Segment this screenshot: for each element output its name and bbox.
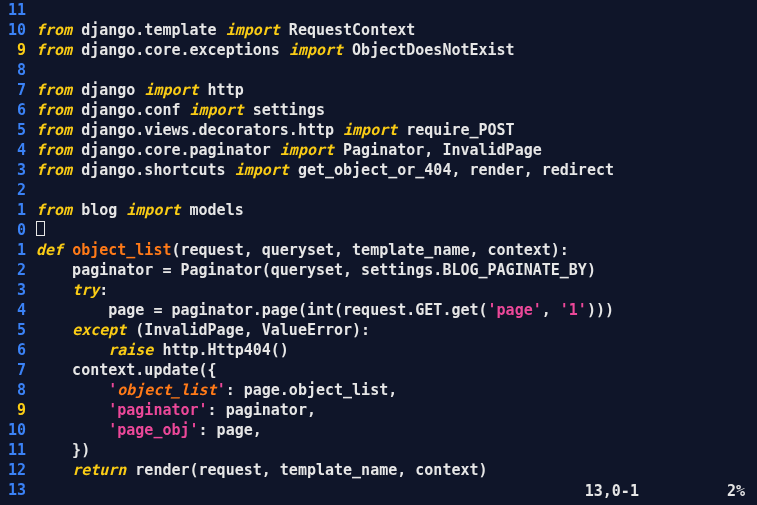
code-content: from django.views.decorators.http import…: [36, 120, 515, 140]
token: import: [343, 121, 397, 139]
code-line: 4 page = paginator.page(int(request.GET.…: [0, 300, 757, 320]
token: import: [226, 21, 280, 39]
token: blog: [72, 201, 126, 219]
line-number: 4: [4, 300, 26, 320]
line-number: 8: [4, 60, 26, 80]
token: object_list: [117, 381, 216, 399]
line-number: 3: [4, 160, 26, 180]
token: ))): [587, 301, 614, 319]
token: : page,: [199, 421, 262, 439]
token: from: [36, 101, 72, 119]
code-line: 9 'paginator': paginator,: [0, 400, 757, 420]
code-line: 7from django import http: [0, 80, 757, 100]
token: 'page_obj': [108, 421, 198, 439]
line-number: 3: [4, 280, 26, 300]
token: http.Http404(): [153, 341, 288, 359]
line-number: 2: [4, 260, 26, 280]
token: import: [289, 41, 343, 59]
code-line: 11: [0, 0, 757, 20]
code-line: 5from django.views.decorators.http impor…: [0, 120, 757, 140]
line-number: 10: [4, 420, 26, 440]
token: from: [36, 161, 72, 179]
token: paginator = Paginator(queryset, settings…: [36, 261, 596, 279]
token: require_POST: [397, 121, 514, 139]
code-line: 12 return render(request, template_name,…: [0, 460, 757, 480]
code-line: 5 except (InvalidPage, ValueError):: [0, 320, 757, 340]
code-content: 'page_obj': page,: [36, 420, 262, 440]
line-number: 12: [4, 460, 26, 480]
line-number: 7: [4, 80, 26, 100]
line-number: 11: [4, 0, 26, 20]
code-content: paginator = Paginator(queryset, settings…: [36, 260, 596, 280]
code-line: 3from django.shortcuts import get_object…: [0, 160, 757, 180]
token: [36, 461, 72, 479]
token: render(request, template_name, context): [126, 461, 487, 479]
token: import: [126, 201, 180, 219]
line-number: 6: [4, 340, 26, 360]
token: from: [36, 201, 72, 219]
token: import: [144, 81, 198, 99]
token: get_object_or_404, render, redirect: [289, 161, 614, 179]
code-line: 1from blog import models: [0, 200, 757, 220]
code-content: }): [36, 440, 90, 460]
code-content: [36, 220, 45, 240]
code-line: 11 }): [0, 440, 757, 460]
code-line: 10 'page_obj': page,: [0, 420, 757, 440]
code-content: def object_list(request, queryset, templ…: [36, 240, 569, 260]
code-line: 7 context.update({: [0, 360, 757, 380]
code-line: 10from django.template import RequestCon…: [0, 20, 757, 40]
token: try: [72, 281, 99, 299]
line-number: 10: [4, 20, 26, 40]
scroll-percent: 2%: [727, 481, 745, 501]
token: import: [235, 161, 289, 179]
code-line: 2: [0, 180, 757, 200]
token: 'page': [488, 301, 542, 319]
code-content: raise http.Http404(): [36, 340, 289, 360]
token: from: [36, 81, 72, 99]
token: [36, 421, 108, 439]
token: }): [36, 441, 90, 459]
token: '1': [560, 301, 587, 319]
token: import: [280, 141, 334, 159]
token: : paginator,: [208, 401, 316, 419]
line-number: 5: [4, 320, 26, 340]
token: django.views.decorators.http: [72, 121, 343, 139]
token: from: [36, 21, 72, 39]
code-content: from django.template import RequestConte…: [36, 20, 415, 40]
line-number: 5: [4, 120, 26, 140]
line-number: 0: [4, 220, 26, 240]
token: raise: [108, 341, 153, 359]
token: django.shortcuts: [72, 161, 235, 179]
code-line: 4from django.core.paginator import Pagin…: [0, 140, 757, 160]
line-number: 11: [4, 440, 26, 460]
token: RequestContext: [280, 21, 415, 39]
code-line: 8: [0, 60, 757, 80]
token: object_list: [72, 241, 171, 259]
code-editor[interactable]: 1110from django.template import RequestC…: [0, 0, 757, 505]
token: http: [199, 81, 244, 99]
code-line: 2 paginator = Paginator(queryset, settin…: [0, 260, 757, 280]
code-line: 6 raise http.Http404(): [0, 340, 757, 360]
token: ': [217, 381, 226, 399]
token: from: [36, 41, 72, 59]
token: django.core.exceptions: [72, 41, 289, 59]
code-content: context.update({: [36, 360, 217, 380]
token: page = paginator.page(int(request.GET.ge…: [36, 301, 488, 319]
token: [36, 381, 108, 399]
code-content: from django.core.paginator import Pagina…: [36, 140, 542, 160]
code-content: from django.conf import settings: [36, 100, 325, 120]
token: def: [36, 241, 63, 259]
code-content: return render(request, template_name, co…: [36, 460, 488, 480]
token: settings: [244, 101, 325, 119]
token: models: [181, 201, 244, 219]
token: import: [190, 101, 244, 119]
code-content: 'paginator': paginator,: [36, 400, 316, 420]
code-line: 8 'object_list': page.object_list,: [0, 380, 757, 400]
code-line: 3 try:: [0, 280, 757, 300]
code-content: page = paginator.page(int(request.GET.ge…: [36, 300, 614, 320]
code-line: 6from django.conf import settings: [0, 100, 757, 120]
token: (InvalidPage, ValueError):: [126, 321, 370, 339]
code-content: from blog import models: [36, 200, 244, 220]
status-bar: 13,0-1 2%: [0, 481, 757, 501]
token: [36, 341, 108, 359]
